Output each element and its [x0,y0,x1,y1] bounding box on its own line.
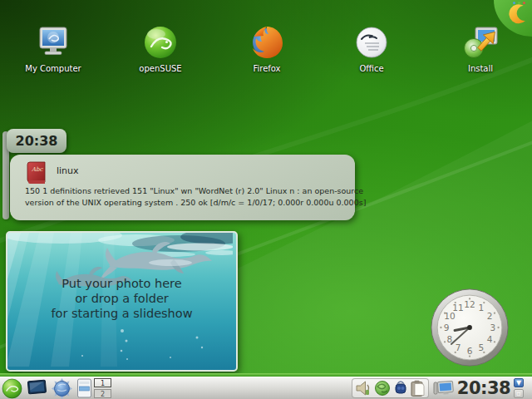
kickoff-menu-button[interactable] [2,378,22,398]
pager-desktop-1[interactable]: 1 [94,378,111,387]
svg-text:5: 5 [479,342,485,352]
show-desktop-button[interactable] [27,378,47,398]
svg-text:11: 11 [452,303,463,313]
dictionary-word: linux [57,165,79,176]
desktop-icon-label: openSUSE [139,64,181,73]
desktop-icon-office[interactable]: Office [333,23,410,73]
svg-text:4: 4 [487,334,493,344]
svg-text:1: 1 [479,303,485,313]
desktop-icon-firefox[interactable]: Firefox [229,23,305,73]
desktop-icon-my-computer[interactable]: My Computer [15,23,91,73]
clipboard-icon[interactable] [410,380,426,397]
plasma-cashew-icon[interactable] [505,2,528,26]
svg-text:6: 6 [467,346,473,356]
desktop-icon-label: My Computer [25,64,81,73]
device-notifier-icon[interactable] [432,379,455,398]
desktop-icon-install[interactable]: Install [442,23,519,73]
dictionary-widget[interactable]: Abc linux 150 1 definitions retrieved 15… [10,155,355,220]
photo-frame-widget[interactable]: Put your photo here or drop a folder for… [6,231,238,372]
tray-box-icon[interactable]: ▫ [514,389,524,398]
konqueror-browser-button[interactable] [52,378,71,398]
analog-clock-widget[interactable]: 12 1 2 3 4 5 6 7 8 9 10 11 [430,288,510,367]
dictionary-book-icon: Abc [27,160,47,189]
photo-frame-caption: Put your photo here or drop a folder for… [7,276,236,321]
system-tray [352,378,429,398]
digital-clock-widget[interactable]: 20:38 [7,129,66,153]
desktop-icon-label: Office [359,64,383,73]
panel-mini-icons: ▼ ▫ [514,378,525,399]
desktop-icon-label: Firefox [253,64,280,73]
file-manager-button[interactable] [76,378,92,398]
opensuse-icon [141,23,180,62]
desktop-icon-label: Install [468,64,493,73]
svg-text:8: 8 [447,334,453,344]
svg-text:3: 3 [490,323,495,332]
svg-text:12: 12 [464,299,475,309]
svg-text:9: 9 [444,323,450,332]
desktop-pager: 1 2 [94,377,111,398]
network-icon[interactable] [374,380,391,397]
my-computer-icon [34,23,72,62]
bluetooth-icon[interactable] [393,380,408,397]
panel-clock[interactable]: 20:38 [456,377,511,399]
svg-text:Abc: Abc [31,166,44,173]
desktop-icon-opensuse[interactable]: openSUSE [122,23,199,73]
pager-desktop-2[interactable]: 2 [94,389,111,398]
firefox-icon [248,23,286,62]
digital-clock-time: 20:38 [16,133,58,149]
install-icon [461,23,500,62]
volume-icon[interactable] [355,380,372,397]
svg-text:2: 2 [487,311,493,321]
office-icon [352,23,391,62]
taskbar-panel: 1 2 [0,373,532,399]
dictionary-definition: 150 1 definitions retrieved 151 "Linux" … [25,185,366,209]
updates-icon[interactable]: ▼ [514,378,524,387]
svg-text:7: 7 [456,342,461,352]
